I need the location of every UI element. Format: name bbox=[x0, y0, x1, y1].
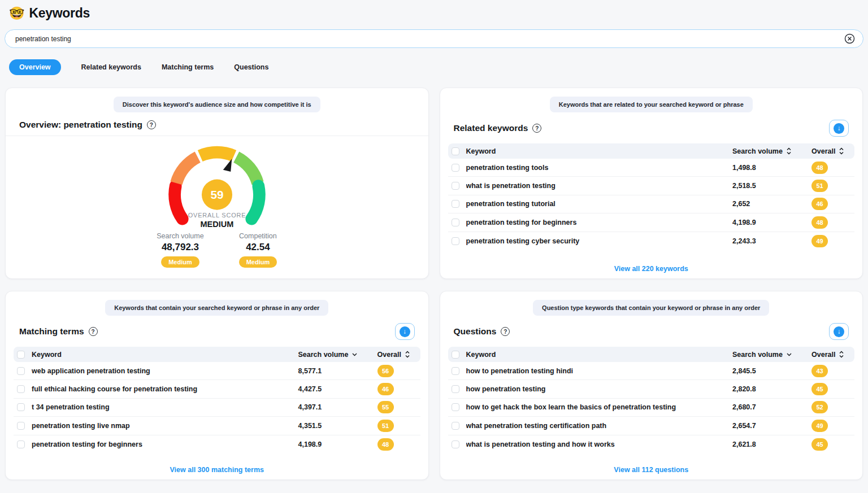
sort-both-icon[interactable] bbox=[405, 351, 410, 358]
volume-cell: 1,498.8 bbox=[732, 164, 811, 172]
volume-cell: 8,577.1 bbox=[298, 367, 377, 375]
gauge-segment-amber bbox=[200, 152, 234, 156]
sort-both-icon[interactable] bbox=[787, 147, 791, 155]
metric-label: Competition bbox=[239, 232, 277, 240]
overall-score-badge: 56 bbox=[377, 365, 394, 377]
keyword-cell: penetration testing tools bbox=[466, 164, 733, 172]
related-keywords-card: Keywords that are related to your search… bbox=[440, 88, 863, 279]
row-checkbox[interactable] bbox=[452, 237, 459, 245]
table-row[interactable]: penetration testing tutorial2,65246 bbox=[448, 195, 855, 213]
clear-search-icon[interactable] bbox=[844, 33, 855, 44]
column-header-keyword[interactable]: Keyword bbox=[466, 351, 733, 359]
column-header-overall[interactable]: Overall bbox=[377, 351, 401, 359]
column-header-overall[interactable]: Overall bbox=[811, 351, 835, 359]
sort-desc-icon[interactable] bbox=[787, 353, 792, 356]
table-row[interactable]: penetration testing for beginners4,198.9… bbox=[14, 435, 420, 453]
keyword-cell: how penetration testing bbox=[466, 385, 733, 393]
matching-terms-table: Keyword Search volume Overall web applic… bbox=[6, 346, 428, 453]
download-button[interactable]: ↓ bbox=[829, 120, 849, 137]
table-row[interactable]: penetration testing live nmap4,351.551 bbox=[14, 417, 420, 435]
row-checkbox[interactable] bbox=[452, 219, 459, 226]
column-header-search-volume[interactable]: Search volume bbox=[732, 351, 783, 359]
volume-cell: 2,243.3 bbox=[732, 237, 811, 245]
tab-bar: Overview Related keywords Matching terms… bbox=[9, 59, 859, 75]
overall-score-badge: 49 bbox=[811, 235, 828, 247]
help-icon[interactable]: ? bbox=[532, 124, 541, 133]
view-all-keywords-link[interactable]: View all 220 keywords bbox=[440, 258, 863, 278]
volume-cell: 2,518.5 bbox=[732, 182, 811, 190]
row-checkbox[interactable] bbox=[17, 440, 25, 448]
overall-score-badge: 46 bbox=[377, 383, 394, 395]
help-icon[interactable]: ? bbox=[501, 327, 510, 336]
questions-card-title: Questions bbox=[454, 326, 497, 337]
overall-score-badge: 46 bbox=[811, 198, 828, 210]
tab-related-keywords[interactable]: Related keywords bbox=[81, 59, 141, 75]
select-all-checkbox[interactable] bbox=[452, 351, 459, 359]
keyword-cell: full ethical hacking course for penetrat… bbox=[32, 385, 298, 393]
sort-desc-icon[interactable] bbox=[352, 353, 357, 356]
volume-cell: 2,621.8 bbox=[732, 440, 811, 448]
help-icon[interactable]: ? bbox=[89, 327, 98, 336]
row-checkbox[interactable] bbox=[17, 385, 25, 393]
view-all-questions-link[interactable]: View all 112 questions bbox=[440, 459, 863, 479]
row-checkbox[interactable] bbox=[17, 422, 25, 430]
row-checkbox[interactable] bbox=[452, 182, 459, 190]
table-row[interactable]: penetration testing cyber security2,243.… bbox=[448, 232, 855, 250]
row-checkbox[interactable] bbox=[452, 164, 459, 172]
column-header-search-volume[interactable]: Search volume bbox=[298, 351, 349, 359]
column-header-overall[interactable]: Overall bbox=[811, 147, 835, 155]
row-checkbox[interactable] bbox=[17, 367, 25, 375]
row-checkbox[interactable] bbox=[452, 385, 459, 393]
table-row[interactable]: how penetration testing2,820.845 bbox=[448, 380, 855, 398]
keyword-cell: penetration testing cyber security bbox=[466, 237, 733, 245]
overall-score-badge: 51 bbox=[377, 420, 394, 432]
table-row[interactable]: how to penetration testing hindi2,845.54… bbox=[448, 362, 855, 380]
search-input[interactable] bbox=[15, 35, 844, 43]
tab-overview[interactable]: Overview bbox=[9, 59, 61, 75]
metric-value: 48,792.3 bbox=[162, 242, 199, 253]
overall-score-badge: 55 bbox=[377, 401, 394, 413]
row-checkbox[interactable] bbox=[452, 422, 459, 430]
table-row[interactable]: penetration testing tools1,498.848 bbox=[448, 159, 855, 177]
metric-label: Search volume bbox=[157, 232, 203, 240]
table-row[interactable]: web application penetration testing8,577… bbox=[14, 362, 420, 380]
table-row[interactable]: what is penetration testing and how it w… bbox=[448, 435, 855, 453]
view-all-matching-terms-link[interactable]: View all 300 matching terms bbox=[6, 459, 428, 479]
gauge-level-label: MEDIUM bbox=[200, 220, 233, 229]
sort-both-icon[interactable] bbox=[839, 351, 844, 358]
row-checkbox[interactable] bbox=[452, 200, 459, 208]
column-header-keyword[interactable]: Keyword bbox=[466, 147, 733, 155]
table-row[interactable]: what is penetration testing2,518.551 bbox=[448, 177, 855, 195]
sort-both-icon[interactable] bbox=[839, 147, 844, 155]
table-row[interactable]: penetration testing for beginners4,198.9… bbox=[448, 213, 855, 232]
table-row[interactable]: what penetration testing certification p… bbox=[448, 417, 855, 435]
gauge-segment-red bbox=[175, 186, 183, 219]
tab-matching-terms[interactable]: Matching terms bbox=[162, 59, 214, 75]
download-button[interactable]: ↓ bbox=[395, 323, 415, 340]
column-header-search-volume[interactable]: Search volume bbox=[732, 147, 783, 155]
keyword-search-input[interactable] bbox=[5, 29, 863, 48]
table-row[interactable]: t 34 penetration testing4,397.155 bbox=[14, 399, 420, 417]
select-all-checkbox[interactable] bbox=[452, 147, 459, 155]
select-all-checkbox[interactable] bbox=[17, 351, 25, 359]
row-checkbox[interactable] bbox=[452, 440, 459, 448]
help-icon[interactable]: ? bbox=[147, 120, 156, 129]
tab-questions[interactable]: Questions bbox=[234, 59, 268, 75]
gauge-needle bbox=[223, 159, 232, 172]
row-checkbox[interactable] bbox=[452, 367, 459, 375]
overall-score-badge: 43 bbox=[811, 365, 828, 377]
volume-cell: 4,198.9 bbox=[732, 219, 811, 226]
gauge-segment-lightgreen bbox=[236, 157, 258, 183]
row-checkbox[interactable] bbox=[17, 403, 25, 411]
keyword-cell: t 34 penetration testing bbox=[32, 403, 298, 411]
volume-cell: 4,198.9 bbox=[298, 440, 377, 448]
column-header-keyword[interactable]: Keyword bbox=[32, 351, 298, 359]
table-row[interactable]: how to get hack the box learn the basics… bbox=[448, 399, 855, 417]
keyword-cell: penetration testing for beginners bbox=[466, 219, 733, 226]
gauge-segment-orange bbox=[176, 157, 198, 183]
nerd-face-emoji-icon: 🤓 bbox=[9, 6, 24, 21]
table-row[interactable]: full ethical hacking course for penetrat… bbox=[14, 380, 420, 398]
download-button[interactable]: ↓ bbox=[829, 323, 849, 340]
row-checkbox[interactable] bbox=[452, 403, 459, 411]
related-keywords-table: Keyword Search volume Overall penetratio… bbox=[440, 142, 863, 250]
